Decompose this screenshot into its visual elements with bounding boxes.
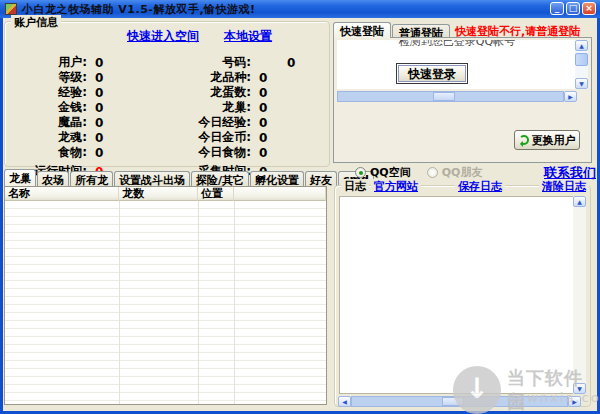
field-value: 0 <box>255 131 345 145</box>
field-value: 0 <box>91 56 157 70</box>
refresh-icon <box>519 135 529 145</box>
account-row: 龙魂: 0 今日金币: 0 <box>19 129 323 144</box>
log-groupbox: 日志 官方网站 保存日志 清除日志 ▲ ▼ ◀ ▶ <box>334 185 591 407</box>
tab-hatch-settings[interactable]: 孵化设置 <box>250 171 304 186</box>
scroll-right-icon[interactable]: ▶ <box>564 91 577 102</box>
account-row: 金钱: 0 龙巢: 0 <box>19 99 323 114</box>
scrollbar-track[interactable] <box>351 396 568 407</box>
account-row: 魔晶: 0 今日经验: 0 <box>19 114 323 129</box>
login-target-options: QQ空间 QQ朋友 <box>355 165 498 180</box>
minimize-button[interactable]: _ <box>550 2 564 15</box>
field-value: 0 <box>255 116 345 130</box>
scrollbar-thumb[interactable] <box>442 397 464 406</box>
table-body[interactable] <box>5 201 326 404</box>
maximize-button[interactable]: □ <box>566 2 580 15</box>
tab-all-dragons[interactable]: 所有龙 <box>70 171 113 186</box>
account-row: 用户: 0 号码: 0 <box>19 54 323 69</box>
switch-user-label: 更换用户 <box>532 133 576 148</box>
tab-normal-login[interactable]: 普通登陆 <box>392 24 450 38</box>
qq-friend-radio[interactable] <box>427 167 438 178</box>
window-body: 账户信息 快速进入空间 本地设置 用户: 0 号码: 0 等级: 0 龙品种: … <box>3 18 597 411</box>
account-row: 经验: 0 龙蛋数: 0 <box>19 84 323 99</box>
field-value: 0 <box>91 101 157 115</box>
app-window: 小白龙之牧场辅助 V1.5-解放双手,愉快游戏! _ □ × 账户信息 快速进入… <box>0 0 600 414</box>
scroll-down-icon[interactable]: ▼ <box>575 78 588 89</box>
field-value: 0 <box>91 131 157 145</box>
scroll-up-icon[interactable]: ▲ <box>573 196 586 207</box>
browser-vertical-scrollbar[interactable]: ▲ ▼ <box>575 40 588 89</box>
field-value: 0 <box>255 101 345 115</box>
app-icon <box>5 3 17 15</box>
column-header-position[interactable]: 位置 <box>198 187 234 201</box>
scrollbar-track[interactable] <box>337 91 564 102</box>
account-group-title: 账户信息 <box>11 15 61 30</box>
field-label: 食物: <box>19 144 91 161</box>
column-header-empty <box>234 187 326 201</box>
scroll-right-icon[interactable]: ▶ <box>568 396 581 407</box>
save-log-link[interactable]: 保存日志 <box>455 179 505 194</box>
account-row: 等级: 0 龙品种: 0 <box>19 69 323 84</box>
log-horizontal-scrollbar[interactable]: ◀ ▶ <box>338 396 581 407</box>
login-tab-strip: 快速登陆 普通登陆 <box>333 22 451 38</box>
scroll-up-icon[interactable]: ▲ <box>575 40 588 51</box>
tab-explore-other[interactable]: 探险/其它 <box>191 171 249 186</box>
qq-detect-text: 检测到您已登录QQ帐号 <box>337 40 577 49</box>
tab-farm[interactable]: 农场 <box>37 171 69 186</box>
quick-enter-space-link[interactable]: 快速进入空间 <box>127 28 199 45</box>
browser-horizontal-scrollbar[interactable]: ▶ <box>337 91 577 102</box>
tab-quick-login[interactable]: 快速登陆 <box>333 22 391 38</box>
field-value: 0 <box>255 71 345 85</box>
field-value: 0 <box>91 86 157 100</box>
local-settings-link[interactable]: 本地设置 <box>224 28 272 45</box>
column-header-name[interactable]: 名称 <box>5 187 119 201</box>
account-row: 食物: 0 今日食物: 0 <box>19 144 323 159</box>
table-header: 名称 龙数 位置 <box>5 187 326 201</box>
field-value: 0 <box>255 146 345 160</box>
account-fields: 用户: 0 号码: 0 等级: 0 龙品种: 0 经验: 0 龙蛋数: 0 <box>19 54 323 178</box>
close-button[interactable]: × <box>582 2 596 15</box>
qq-space-label[interactable]: QQ空间 <box>370 165 411 180</box>
dragon-nest-table[interactable]: 名称 龙数 位置 <box>4 186 327 405</box>
scroll-left-icon[interactable]: ◀ <box>338 396 351 407</box>
official-site-link[interactable]: 官方网站 <box>371 179 421 194</box>
field-label: 今日食物: <box>157 144 255 161</box>
quick-login-page: 检测到您已登录QQ帐号 快速登录 ▲ ▼ ▶ 更换用户 <box>333 37 592 163</box>
scrollbar-thumb[interactable] <box>575 53 588 66</box>
tab-dragon-nest[interactable]: 龙巢 <box>4 169 36 186</box>
column-header-count[interactable]: 龙数 <box>119 187 198 201</box>
clear-log-link[interactable]: 清除日志 <box>539 179 589 194</box>
field-value: 0 <box>91 71 157 85</box>
account-groupbox: 账户信息 快速进入空间 本地设置 用户: 0 号码: 0 等级: 0 龙品种: … <box>4 21 330 167</box>
left-tab-strip: 龙巢 农场 所有龙 设置战斗出场 探险/其它 孵化设置 好友 cmd <box>4 169 330 186</box>
tab-battle-setup[interactable]: 设置战斗出场 <box>114 171 190 186</box>
field-value: 0 <box>91 116 157 130</box>
qq-space-radio[interactable] <box>355 167 366 178</box>
field-value: 0 <box>255 86 345 100</box>
quick-login-button[interactable]: 快速登录 <box>396 63 468 84</box>
field-value: 0 <box>91 146 157 160</box>
field-value: 0 <box>255 56 345 70</box>
log-group-title: 日志 <box>341 179 369 194</box>
qq-friend-label: QQ朋友 <box>442 165 483 180</box>
switch-user-button[interactable]: 更换用户 <box>514 130 580 150</box>
scroll-down-icon[interactable]: ▼ <box>573 383 586 394</box>
scrollbar-thumb[interactable] <box>433 92 455 101</box>
log-textarea[interactable] <box>339 196 575 394</box>
tab-friends[interactable]: 好友 <box>305 171 337 186</box>
title-bar[interactable]: 小白龙之牧场辅助 V1.5-解放双手,愉快游戏! _ □ × <box>0 0 600 18</box>
log-vertical-scrollbar[interactable]: ▲ ▼ <box>573 196 586 394</box>
